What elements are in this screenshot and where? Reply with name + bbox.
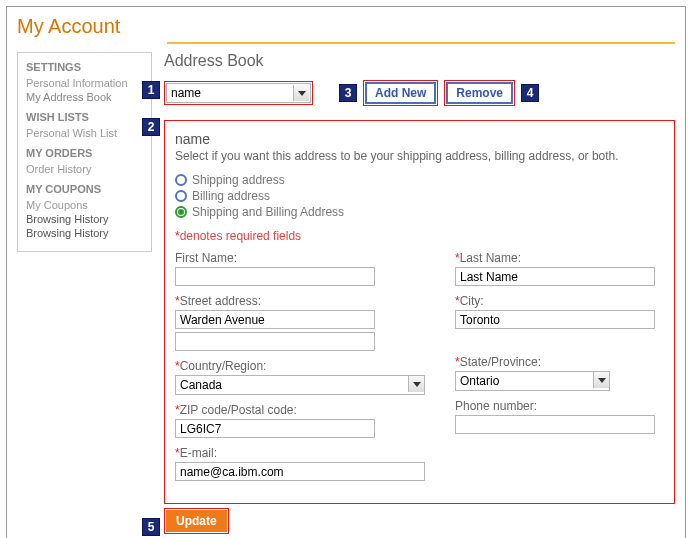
callout-3: 3 [339,84,357,102]
sidebar-item-order-history[interactable]: Order History [26,163,143,175]
first-name-label: First Name: [175,251,425,265]
email-input[interactable] [175,462,425,481]
sidebar-item-address-book[interactable]: My Address Book [26,91,143,103]
form-title: name [175,131,664,147]
callout-2: 2 [142,118,160,136]
street-input-1[interactable] [175,310,375,329]
street-label: Street address: [180,294,261,308]
phone-label: Phone number: [455,399,664,413]
sidebar-head-orders: MY ORDERS [26,147,143,159]
address-select-value: name [171,86,201,100]
country-value: Canada [180,378,222,392]
phone-input[interactable] [455,415,655,434]
country-label: Country/Region: [180,359,267,373]
sidebar-item-browsing-history-1[interactable]: Browsing History [26,213,143,225]
sidebar: SETTINGS Personal Information My Address… [17,52,152,252]
update-button[interactable]: Update [166,510,227,532]
title-rule [167,42,675,44]
form-subtitle: Select if you want this address to be yo… [175,149,664,163]
required-note: denotes required fields [180,229,301,243]
radio-shipping[interactable] [175,174,187,186]
section-title: Address Book [164,52,675,70]
chevron-down-icon [593,372,609,388]
last-name-input[interactable] [455,267,655,286]
city-input[interactable] [455,310,655,329]
zip-label: ZIP code/Postal code: [180,403,297,417]
callout-1: 1 [142,81,160,99]
callout-5: 5 [142,518,160,536]
sidebar-item-wishlist[interactable]: Personal Wish List [26,127,143,139]
state-label: State/Province: [460,355,541,369]
state-value: Ontario [460,374,499,388]
last-name-label: Last Name: [460,251,521,265]
page-title: My Account [17,15,675,38]
callout-4: 4 [521,84,539,102]
radio-billing[interactable] [175,190,187,202]
radio-both-label: Shipping and Billing Address [192,205,344,219]
street-input-2[interactable] [175,332,375,351]
state-select[interactable]: Ontario [455,371,610,391]
add-new-button[interactable]: Add New [365,82,436,104]
radio-billing-label: Billing address [192,189,270,203]
address-select[interactable]: name [166,83,311,103]
radio-both[interactable] [175,206,187,218]
chevron-down-icon [293,85,309,101]
country-select[interactable]: Canada [175,375,425,395]
sidebar-head-settings: SETTINGS [26,61,143,73]
city-label: City: [460,294,484,308]
address-form: name Select if you want this address to … [164,120,675,504]
chevron-down-icon [408,376,424,392]
email-label: E-mail: [180,446,217,460]
sidebar-head-coupons: MY COUPONS [26,183,143,195]
sidebar-item-personal-info[interactable]: Personal Information [26,77,143,89]
remove-button[interactable]: Remove [446,82,513,104]
sidebar-item-browsing-history-2[interactable]: Browsing History [26,227,143,239]
radio-shipping-label: Shipping address [192,173,285,187]
first-name-input[interactable] [175,267,375,286]
sidebar-item-my-coupons[interactable]: My Coupons [26,199,143,211]
main-panel: Address Book 1 name 3 Add New Remove 4 2 [164,52,675,534]
sidebar-head-wishlists: WISH LISTS [26,111,143,123]
zip-input[interactable] [175,419,375,438]
